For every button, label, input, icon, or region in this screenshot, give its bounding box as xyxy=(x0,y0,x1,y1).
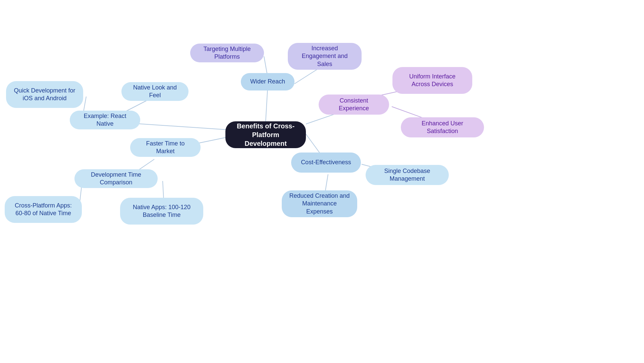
targeting-multiple-node: Targeting Multiple Platforms xyxy=(190,44,264,62)
example-react-native-node: Example: React Native xyxy=(70,111,140,129)
native-look-node: Native Look and Feel xyxy=(121,82,189,101)
dev-time-comparison-node: Development Time Comparison xyxy=(74,169,158,188)
quick-dev-node: Quick Development for iOS and Android xyxy=(6,81,83,108)
uniform-interface-node: Uniform Interface Across Devices xyxy=(392,67,472,94)
wider-reach-node: Wider Reach xyxy=(241,73,294,90)
native-apps-node: Native Apps: 100-120 Baseline Time xyxy=(120,198,203,225)
enhanced-satisfaction-node: Enhanced User Satisfaction xyxy=(401,117,484,137)
reduced-creation-node: Reduced Creation and Maintenance Expense… xyxy=(282,190,357,217)
cross-platform-apps-node: Cross-Platform Apps: 60-80 of Native Tim… xyxy=(5,196,82,223)
single-codebase-node: Single Codebase Management xyxy=(366,165,449,185)
svg-line-0 xyxy=(266,87,268,121)
increased-engagement-node: Increased Engagement and Sales xyxy=(288,43,362,70)
faster-time-node: Faster Time to Market xyxy=(130,138,201,157)
consistent-experience-node: Consistent Experience xyxy=(319,95,389,115)
center-node: Benefits of Cross-Platform Development xyxy=(225,121,306,148)
cost-effectiveness-node: Cost-Effectiveness xyxy=(291,153,361,173)
